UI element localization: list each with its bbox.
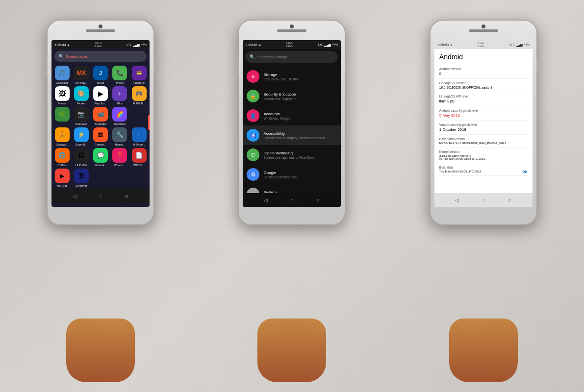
- power-button-2[interactable]: [345, 60, 347, 72]
- settings-accessibility[interactable]: ♿ Accessibility Screen readers, display,…: [243, 125, 341, 145]
- app-snapseed[interactable]: 📷 Snapseed: [73, 107, 90, 125]
- app-subway[interactable]: 🏃 Subway...: [53, 127, 71, 146]
- volume-up-button-3[interactable]: [429, 55, 431, 65]
- recent-button-3[interactable]: ≡: [506, 196, 513, 204]
- app-mxplayer[interactable]: MX MX Play...: [73, 66, 90, 84]
- app-grid: 🎵 Musicolet MX MX Play... J MyJio 📞 Phon…: [51, 64, 150, 189]
- front-camera: [99, 24, 102, 28]
- app-udictionary[interactable]: U U-Dictio...: [130, 127, 148, 146]
- hand-3: [439, 304, 528, 382]
- settings-search-bar[interactable]: 🔍 Search in Settings: [246, 51, 338, 63]
- signal-type-1: LTE: [127, 43, 132, 46]
- battery-1: 44%: [141, 43, 147, 46]
- net-down-2: 0 kb/s: [286, 45, 293, 48]
- app-photos[interactable]: 🖼 Photos: [53, 86, 71, 105]
- hand-2: [248, 304, 336, 382]
- back-button-1[interactable]: ◁: [71, 192, 78, 200]
- app-zarchiver[interactable]: 🗜 ZArchiver: [73, 169, 90, 187]
- search-placeholder: Search apps: [66, 54, 88, 59]
- search-icon-2: 🔍: [250, 54, 255, 59]
- notification-dot-3: ●: [450, 43, 452, 47]
- signal-bars-1: ▂▄▆: [133, 43, 140, 47]
- phone3-wrapper: 1:28:53 ● 0 kb/s 0 kb/s LTE ▂▄▆ 44%: [430, 20, 537, 372]
- nav-bar-2: ◁ ○ ≡: [243, 193, 341, 207]
- app-where[interactable]: 📍 Where i...: [111, 148, 128, 167]
- app-superb[interactable]: ⚡ Super B...: [73, 127, 90, 146]
- volume-down-button-3[interactable]: [429, 67, 431, 77]
- settings-search-placeholder: Search in Settings: [257, 55, 287, 59]
- recent-button-1[interactable]: ≡: [123, 192, 130, 200]
- home-button-1[interactable]: ○: [97, 192, 104, 200]
- app-phone[interactable]: 📞 Phone: [111, 66, 128, 84]
- phone2-screen: 1:28:46 ● 0 kb/s 0 kb/s LTE ▂▄▆ 44%: [243, 40, 341, 207]
- app-snaptube[interactable]: 📹 Snaptube: [92, 107, 109, 125]
- nav-bar-1: ◁ ○ ≡: [51, 189, 150, 203]
- settings-storage[interactable]: ≡ Storage 92% used - 2.61 GB free: [243, 67, 341, 86]
- power-button-3[interactable]: [536, 60, 538, 72]
- app-phonepe[interactable]: 💳 PhonePe: [130, 66, 148, 84]
- settings-accounts[interactable]: 👤 Accounts WhatsApp, Google: [243, 106, 341, 125]
- ok-button[interactable]: OK: [522, 170, 528, 173]
- app-titanium[interactable]: 🔧 Titaniu...: [111, 127, 128, 146]
- app-youtube[interactable]: ▶ YouTube: [53, 169, 71, 187]
- app-search-bar[interactable]: 🔍 Search apps: [54, 51, 147, 62]
- about-vendor-patch: Vendor security patch level 1 October 20…: [439, 121, 528, 135]
- volume-up-button[interactable]: [46, 55, 48, 65]
- app-temple[interactable]: 🏛 Temple...: [92, 127, 109, 146]
- about-security-patch: Android security patch level 5 May 2019: [439, 106, 528, 121]
- app-ucbrowser[interactable]: 🌐 UC Bro...: [53, 148, 71, 167]
- about-list: Android version 9 LineageOS version 16.0…: [434, 63, 533, 178]
- about-build-date: Build date Tue May 28 04:15:03 UTC 2019 …: [439, 163, 528, 176]
- app-plus[interactable]: + Plus: [111, 86, 128, 105]
- notification-dot: ●: [68, 43, 70, 47]
- about-baseband: Baseband version MPSS.TA.2.3.c1-00395-89…: [439, 135, 528, 147]
- back-button-3[interactable]: ◁: [453, 196, 461, 204]
- recent-button-2[interactable]: ≡: [314, 196, 322, 204]
- app-musicolet[interactable]: 🎵 Musicolet: [53, 66, 71, 84]
- phone3-top: [431, 21, 536, 40]
- app-spectrum[interactable]: 🌈 Spectrum: [111, 107, 128, 125]
- app-playstore[interactable]: ▶ Play Sto...: [92, 86, 109, 105]
- back-button-2[interactable]: ◁: [262, 196, 270, 204]
- red-indicator: [148, 115, 150, 130]
- volume-down-button[interactable]: [46, 67, 48, 77]
- about-title: Android: [434, 49, 533, 63]
- status-bar-1: 1:28:44 ● 0 kb/s 0 Mb/s LTE ▂▄▆ 44%: [51, 40, 150, 49]
- volume-down-button-2[interactable]: [237, 67, 239, 77]
- app-wps[interactable]: 📄 WPS O...: [130, 148, 148, 167]
- about-lineageos-version: LineageOS version 16.0-20190528-UNOFFICI…: [439, 79, 528, 92]
- phone2-top: [239, 21, 345, 40]
- settings-google[interactable]: G Google Services & preferences: [243, 165, 341, 184]
- app-uhdwall[interactable]: 🖼 UHD Wall: [73, 148, 90, 167]
- app-empty: [130, 107, 148, 125]
- battery-2: 44%: [332, 43, 338, 46]
- speaker-3: [469, 29, 498, 32]
- home-button-3[interactable]: ○: [480, 196, 487, 204]
- phone3-screen: 1:28:53 ● 0 kb/s 0 kb/s LTE ▂▄▆ 44%: [434, 40, 533, 207]
- time-1: 1:28:44: [54, 43, 66, 47]
- signal-type-2: LTE: [318, 43, 324, 46]
- app-myjio[interactable]: J MyJio: [92, 66, 109, 84]
- notification-dot-2: ●: [259, 43, 261, 47]
- settings-security[interactable]: 🔒 Security & location Screen lock, finge…: [243, 86, 341, 106]
- app-snapseed-pre[interactable]: 🌿: [53, 107, 71, 125]
- phone2-wrapper: 1:28:46 ● 0 kb/s 0 kb/s LTE ▂▄▆ 44%: [238, 20, 346, 372]
- volume-up-button-2[interactable]: [237, 55, 239, 65]
- app-whatsapp[interactable]: 💬 WhatsA...: [92, 148, 109, 167]
- power-button[interactable]: [153, 60, 155, 72]
- home-button-2[interactable]: ○: [288, 196, 296, 204]
- phone3: 1:28:53 ● 0 kb/s 0 kb/s LTE ▂▄▆ 44%: [430, 20, 537, 225]
- search-icon: 🔍: [58, 54, 64, 59]
- app-picsart[interactable]: 🎨 PicsArt: [73, 86, 90, 105]
- phone2: 1:28:46 ● 0 kb/s 0 kb/s LTE ▂▄▆ 44%: [238, 20, 346, 225]
- scene: 1:28:44 ● 0 kb/s 0 Mb/s LTE ▂▄▆ 44%: [0, 0, 584, 392]
- app-pubg[interactable]: 🎮 PUBG M...: [130, 86, 148, 105]
- settings-digital-wellbeing[interactable]: ⏱ Digital Wellbeing Screen time, app tim…: [243, 145, 341, 165]
- hand-1: [56, 304, 145, 382]
- phone1-wrapper: 1:28:44 ● 0 kb/s 0 Mb/s LTE ▂▄▆ 44%: [47, 20, 154, 372]
- status-bar-3: 1:28:53 ● 0 kb/s 0 kb/s LTE ▂▄▆ 44%: [434, 40, 533, 49]
- speaker: [86, 29, 115, 32]
- about-kernel: Kernel version 3.18.140-DarkPhoenix-2#1 …: [439, 147, 528, 163]
- speaker-2: [277, 29, 306, 32]
- front-camera-2: [290, 24, 294, 28]
